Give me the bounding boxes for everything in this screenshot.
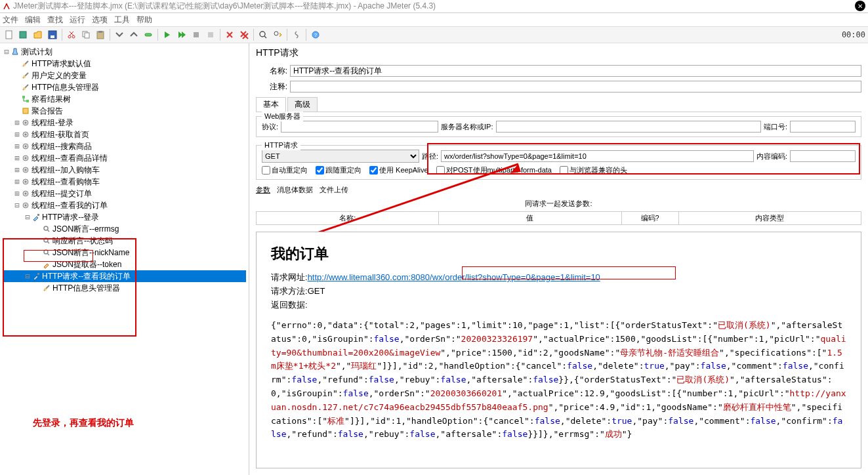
collapse-icon[interactable] (127, 28, 140, 41)
templates-icon[interactable] (17, 28, 30, 41)
svg-rect-11 (194, 32, 199, 37)
panel-title: HTTP请求 (249, 43, 868, 63)
svg-point-44 (44, 288, 47, 291)
search-icon[interactable] (257, 28, 270, 41)
tree-node[interactable]: HTTP信息头管理器 (3, 81, 246, 93)
tree-panel: ⊟测试计划HTTP请求默认值用户定义的变量HTTP信息头管理器察看结果树聚合报告… (0, 43, 249, 475)
expand-icon[interactable] (113, 28, 126, 41)
tree-node[interactable]: ⊟HTTP请求--查看我的订单 (3, 270, 246, 282)
comment-input[interactable] (290, 81, 861, 93)
tree-node[interactable]: ⊞线程组-获取首页 (3, 129, 246, 140)
svg-point-24 (25, 122, 27, 124)
svg-rect-21 (26, 100, 29, 102)
url-label: 请求网址: (271, 272, 308, 282)
clear-icon[interactable] (223, 28, 236, 41)
reset-search-icon[interactable] (271, 28, 284, 41)
tree-node[interactable]: 响应断言--状态码 (3, 235, 246, 247)
time-display: 00:00 (842, 30, 865, 39)
tab-basic[interactable]: 基本 (256, 97, 286, 112)
data-label: 返回数据: (271, 299, 846, 311)
tree-node[interactable]: ⊞线程组-登录 (3, 117, 246, 129)
cb-follow-redirect[interactable]: 跟随重定向 (316, 165, 362, 175)
tree-node[interactable]: ⊞线程组--查看购物车 (3, 176, 246, 188)
config-panel: HTTP请求 名称: 注释: 基本 高级 Web服务器 协议: 服务器名称或IP… (249, 43, 868, 475)
cb-browser-compat[interactable]: 与浏览器兼容的头 (560, 165, 627, 175)
cb-multipart[interactable]: 对POST使用multipart / form-data (436, 165, 552, 175)
tree-node[interactable]: ⊞线程组--搜索商品 (3, 140, 246, 152)
svg-rect-20 (22, 96, 25, 98)
name-label: 名称: (256, 66, 287, 77)
protocol-input[interactable] (281, 121, 438, 133)
menu-search[interactable]: 查找 (47, 14, 63, 26)
name-input[interactable] (290, 65, 861, 77)
tree-node[interactable]: JSON断言--nickName (3, 247, 246, 258)
start-no-pause-icon[interactable] (175, 28, 188, 41)
save-icon[interactable] (46, 28, 59, 41)
tree-node[interactable]: 察看结果树 (3, 93, 246, 105)
tree-node[interactable]: ⊟线程组--查看我的订单 (3, 199, 246, 211)
svg-rect-10 (145, 33, 152, 36)
menu-run[interactable]: 运行 (70, 14, 85, 26)
subtab-params[interactable]: 参数 (256, 185, 270, 195)
copy-icon[interactable] (79, 28, 93, 41)
tree-node[interactable]: JSON提取器--token (3, 258, 246, 270)
tree-node[interactable]: HTTP请求默认值 (3, 58, 246, 70)
tree-node[interactable]: ⊟测试计划 (3, 46, 246, 58)
encoding-input[interactable] (790, 150, 856, 162)
svg-point-17 (23, 64, 26, 66)
svg-point-28 (25, 146, 27, 148)
svg-point-26 (25, 134, 27, 136)
url-link[interactable]: http://www.litemall360.com:8080/wx/order… (308, 272, 600, 282)
toggle-icon[interactable] (142, 28, 155, 41)
new-icon[interactable] (3, 28, 16, 41)
paste-icon[interactable] (94, 28, 107, 41)
tree-node[interactable]: HTTP信息头管理器 (3, 282, 246, 294)
function-icon[interactable] (290, 28, 303, 41)
menu-options[interactable]: 选项 (92, 14, 108, 26)
path-input[interactable] (441, 150, 754, 162)
menu-edit[interactable]: 编辑 (25, 14, 41, 26)
col-type: 内容类型 (679, 212, 861, 224)
svg-point-36 (25, 193, 27, 195)
start-icon[interactable] (161, 28, 174, 41)
close-button[interactable]: ✕ (855, 1, 865, 11)
tree-node[interactable]: 用户定义的变量 (3, 70, 246, 81)
svg-rect-1 (20, 31, 26, 38)
tree-node[interactable]: ⊞线程组--提交订单 (3, 188, 246, 199)
server-input[interactable] (496, 121, 761, 133)
menu-help[interactable]: 帮助 (136, 14, 152, 26)
shutdown-icon[interactable] (204, 28, 217, 41)
tree-node[interactable]: JSON断言--errmsg (3, 223, 246, 235)
svg-rect-22 (23, 108, 28, 114)
tree-node[interactable]: ⊟HTTP请求--登录 (3, 211, 246, 223)
svg-point-13 (260, 31, 265, 37)
menu-file[interactable]: 文件 (3, 14, 18, 26)
menu-tools[interactable]: 工具 (114, 14, 130, 26)
cb-keepalive[interactable]: 使用 KeepAlive (369, 165, 428, 175)
subtab-files[interactable]: 文件上传 (320, 185, 348, 195)
titlebar: JMeter测试脚本---登陆脚本.jmx (E:\测试课程笔记\性能测试\da… (0, 0, 868, 13)
port-input[interactable] (790, 121, 856, 133)
tree-node[interactable]: ⊞线程组--加入购物车 (3, 164, 246, 176)
comment-label: 注释: (256, 81, 287, 93)
stop-icon[interactable] (190, 28, 203, 41)
col-name: 名称: (257, 212, 439, 224)
svg-rect-7 (85, 33, 89, 38)
clear-all-icon[interactable] (238, 28, 251, 41)
tab-advanced[interactable]: 高级 (287, 97, 318, 112)
cb-auto-redirect[interactable]: 自动重定向 (262, 165, 308, 175)
svg-point-32 (25, 169, 27, 171)
method-label: 请求方法: (271, 286, 308, 296)
svg-point-18 (23, 75, 26, 78)
tree-node[interactable]: 聚合报告 (3, 105, 246, 117)
help-icon[interactable]: ? (309, 28, 322, 41)
subtab-body[interactable]: 消息体数据 (277, 185, 313, 195)
svg-point-19 (23, 87, 26, 90)
cut-icon[interactable] (65, 28, 78, 41)
tree-node[interactable]: ⊞线程组--查看商品详情 (3, 152, 246, 164)
json-response: {"errno":0,"data":{"total":2,"pages":1,"… (271, 319, 846, 442)
col-value: 值 (439, 212, 621, 224)
col-encode: 编码? (622, 212, 679, 224)
open-icon[interactable] (31, 28, 45, 41)
method-select[interactable]: GET (262, 150, 419, 163)
